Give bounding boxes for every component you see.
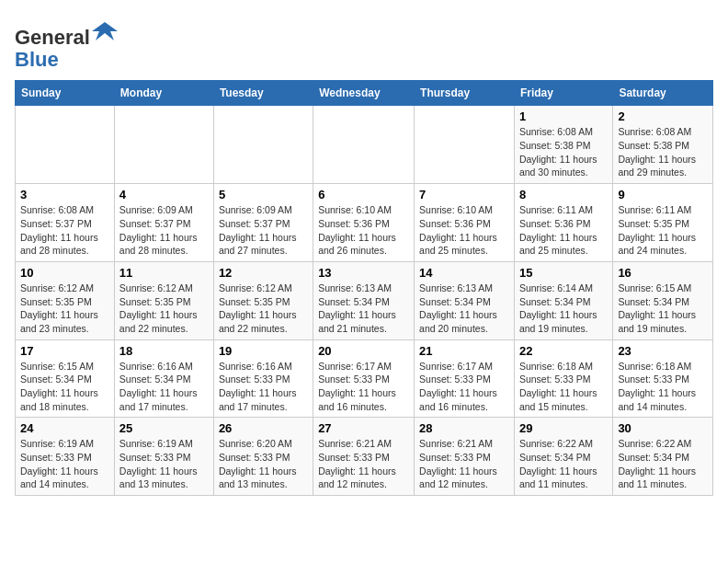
day-cell: 7Sunrise: 6:10 AMSunset: 5:36 PMDaylight… [415, 184, 515, 262]
day-cell: 8Sunrise: 6:11 AMSunset: 5:36 PMDaylight… [514, 184, 612, 262]
day-cell [313, 106, 415, 184]
day-cell: 12Sunrise: 6:12 AMSunset: 5:35 PMDayligh… [213, 261, 313, 339]
header-cell-friday: Friday [514, 81, 612, 106]
day-number: 18 [119, 344, 209, 358]
day-cell: 11Sunrise: 6:12 AMSunset: 5:35 PMDayligh… [114, 261, 213, 339]
day-cell: 19Sunrise: 6:16 AMSunset: 5:33 PMDayligh… [213, 339, 313, 418]
header: General Blue [15, 15, 713, 71]
header-cell-wednesday: Wednesday [313, 81, 415, 106]
day-number: 20 [318, 344, 409, 358]
day-info: Sunrise: 6:15 AMSunset: 5:34 PMDaylight:… [618, 282, 708, 336]
day-info: Sunrise: 6:18 AMSunset: 5:33 PMDaylight:… [519, 360, 608, 414]
header-cell-sunday: Sunday [16, 81, 115, 106]
day-number: 7 [419, 188, 509, 201]
day-info: Sunrise: 6:17 AMSunset: 5:33 PMDaylight:… [318, 360, 409, 414]
day-cell: 22Sunrise: 6:18 AMSunset: 5:33 PMDayligh… [514, 339, 612, 418]
day-info: Sunrise: 6:08 AMSunset: 5:37 PMDaylight:… [20, 203, 109, 258]
week-row-5: 24Sunrise: 6:19 AMSunset: 5:33 PMDayligh… [16, 418, 713, 496]
header-cell-monday: Monday [114, 81, 213, 106]
day-cell: 15Sunrise: 6:14 AMSunset: 5:34 PMDayligh… [514, 261, 612, 339]
day-number: 28 [419, 421, 509, 435]
day-number: 1 [519, 109, 608, 123]
day-cell: 4Sunrise: 6:09 AMSunset: 5:37 PMDaylight… [114, 184, 213, 262]
week-row-1: 1Sunrise: 6:08 AMSunset: 5:38 PMDaylight… [16, 106, 713, 184]
day-number: 5 [219, 188, 308, 201]
day-number: 10 [20, 266, 109, 280]
day-cell [114, 106, 213, 184]
day-cell: 26Sunrise: 6:20 AMSunset: 5:33 PMDayligh… [213, 418, 313, 496]
day-cell: 21Sunrise: 6:17 AMSunset: 5:33 PMDayligh… [415, 339, 515, 418]
day-number: 13 [318, 266, 409, 280]
day-number: 17 [20, 344, 109, 358]
day-info: Sunrise: 6:11 AMSunset: 5:36 PMDaylight:… [519, 203, 608, 258]
day-number: 23 [618, 344, 708, 358]
day-info: Sunrise: 6:21 AMSunset: 5:33 PMDaylight:… [419, 437, 509, 491]
day-cell: 2Sunrise: 6:08 AMSunset: 5:38 PMDaylight… [613, 106, 713, 184]
day-number: 11 [119, 266, 209, 280]
day-info: Sunrise: 6:22 AMSunset: 5:34 PMDaylight:… [618, 437, 708, 491]
day-cell: 18Sunrise: 6:16 AMSunset: 5:34 PMDayligh… [114, 339, 213, 418]
day-number: 8 [519, 188, 608, 201]
logo: General Blue [15, 18, 118, 71]
day-info: Sunrise: 6:12 AMSunset: 5:35 PMDaylight:… [219, 282, 308, 336]
day-info: Sunrise: 6:10 AMSunset: 5:36 PMDaylight:… [318, 203, 409, 258]
header-row: SundayMondayTuesdayWednesdayThursdayFrid… [16, 81, 713, 106]
day-info: Sunrise: 6:18 AMSunset: 5:33 PMDaylight:… [618, 360, 708, 414]
day-info: Sunrise: 6:21 AMSunset: 5:33 PMDaylight:… [318, 437, 409, 491]
day-info: Sunrise: 6:13 AMSunset: 5:34 PMDaylight:… [318, 282, 409, 336]
day-number: 14 [419, 266, 509, 280]
day-number: 16 [618, 266, 708, 280]
day-number: 15 [519, 266, 608, 280]
day-info: Sunrise: 6:12 AMSunset: 5:35 PMDaylight:… [20, 282, 109, 336]
day-info: Sunrise: 6:10 AMSunset: 5:36 PMDaylight:… [419, 203, 509, 258]
day-number: 22 [519, 344, 608, 358]
header-cell-tuesday: Tuesday [213, 81, 313, 106]
day-number: 2 [618, 109, 708, 123]
day-number: 9 [618, 188, 708, 201]
day-number: 4 [119, 188, 209, 201]
week-row-3: 10Sunrise: 6:12 AMSunset: 5:35 PMDayligh… [16, 261, 713, 339]
day-info: Sunrise: 6:11 AMSunset: 5:35 PMDaylight:… [618, 203, 708, 258]
logo-text: General Blue [15, 18, 118, 71]
week-row-2: 3Sunrise: 6:08 AMSunset: 5:37 PMDaylight… [16, 184, 713, 262]
day-info: Sunrise: 6:22 AMSunset: 5:34 PMDaylight:… [519, 437, 608, 491]
day-info: Sunrise: 6:13 AMSunset: 5:34 PMDaylight:… [419, 282, 509, 336]
header-cell-saturday: Saturday [613, 81, 713, 106]
day-cell: 29Sunrise: 6:22 AMSunset: 5:34 PMDayligh… [514, 418, 612, 496]
day-info: Sunrise: 6:12 AMSunset: 5:35 PMDaylight:… [119, 282, 209, 336]
day-cell [213, 106, 313, 184]
svg-marker-0 [92, 22, 118, 40]
logo-bird-icon [92, 18, 118, 44]
day-info: Sunrise: 6:17 AMSunset: 5:33 PMDaylight:… [419, 360, 509, 414]
day-cell [415, 106, 515, 184]
day-info: Sunrise: 6:20 AMSunset: 5:33 PMDaylight:… [219, 437, 308, 491]
day-cell: 16Sunrise: 6:15 AMSunset: 5:34 PMDayligh… [613, 261, 713, 339]
day-number: 25 [119, 421, 209, 435]
day-cell: 3Sunrise: 6:08 AMSunset: 5:37 PMDaylight… [16, 184, 115, 262]
day-cell: 14Sunrise: 6:13 AMSunset: 5:34 PMDayligh… [415, 261, 515, 339]
day-info: Sunrise: 6:08 AMSunset: 5:38 PMDaylight:… [519, 125, 608, 179]
day-info: Sunrise: 6:09 AMSunset: 5:37 PMDaylight:… [219, 203, 308, 258]
day-info: Sunrise: 6:16 AMSunset: 5:34 PMDaylight:… [119, 360, 209, 414]
day-number: 24 [20, 421, 109, 435]
day-cell: 9Sunrise: 6:11 AMSunset: 5:35 PMDaylight… [613, 184, 713, 262]
day-cell: 30Sunrise: 6:22 AMSunset: 5:34 PMDayligh… [613, 418, 713, 496]
day-cell: 5Sunrise: 6:09 AMSunset: 5:37 PMDaylight… [213, 184, 313, 262]
logo-blue: Blue [15, 48, 59, 71]
logo-general: General [15, 26, 90, 49]
day-number: 3 [20, 188, 109, 201]
calendar-table: SundayMondayTuesdayWednesdayThursdayFrid… [15, 80, 713, 496]
day-number: 21 [419, 344, 509, 358]
day-cell: 17Sunrise: 6:15 AMSunset: 5:34 PMDayligh… [16, 339, 115, 418]
day-cell [16, 106, 115, 184]
day-cell: 23Sunrise: 6:18 AMSunset: 5:33 PMDayligh… [613, 339, 713, 418]
day-number: 30 [618, 421, 708, 435]
day-cell: 6Sunrise: 6:10 AMSunset: 5:36 PMDaylight… [313, 184, 415, 262]
day-number: 12 [219, 266, 308, 280]
day-cell: 28Sunrise: 6:21 AMSunset: 5:33 PMDayligh… [415, 418, 515, 496]
day-cell: 1Sunrise: 6:08 AMSunset: 5:38 PMDaylight… [514, 106, 612, 184]
header-cell-thursday: Thursday [415, 81, 515, 106]
day-info: Sunrise: 6:15 AMSunset: 5:34 PMDaylight:… [20, 360, 109, 414]
day-cell: 27Sunrise: 6:21 AMSunset: 5:33 PMDayligh… [313, 418, 415, 496]
week-row-4: 17Sunrise: 6:15 AMSunset: 5:34 PMDayligh… [16, 339, 713, 418]
